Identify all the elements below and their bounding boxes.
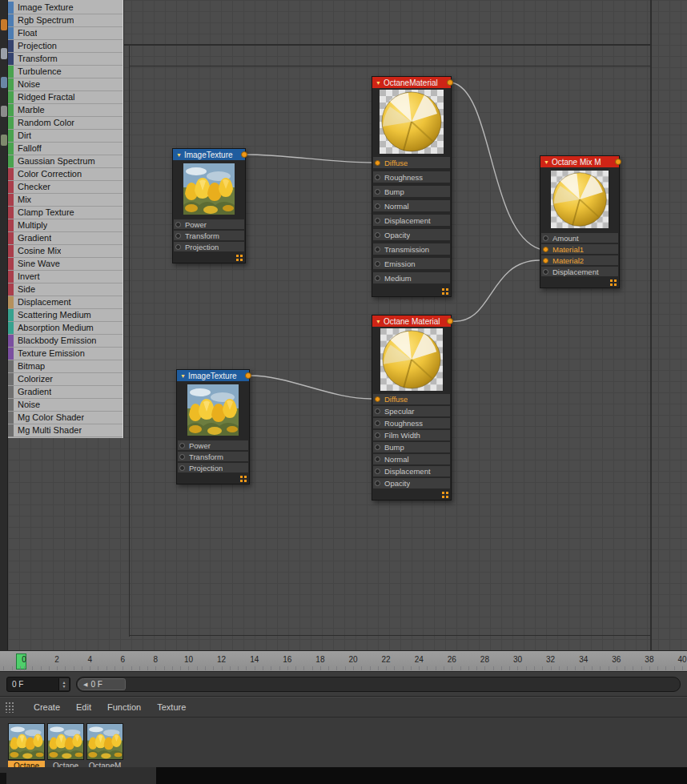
palette-item[interactable]: Transform bbox=[8, 53, 123, 66]
preview-range-track[interactable]: ◀ 0 F bbox=[76, 677, 681, 692]
port-socket[interactable] bbox=[375, 420, 380, 426]
frame-spinner[interactable]: ▲ ▼ bbox=[58, 678, 69, 690]
left-toolbar-icon[interactable] bbox=[1, 48, 7, 59]
port-socket[interactable] bbox=[375, 203, 380, 209]
port-normal[interactable]: Normal bbox=[373, 200, 450, 211]
palette-item[interactable]: Dirt bbox=[8, 130, 123, 143]
palette-item[interactable]: Mg Color Shader bbox=[8, 412, 123, 424]
output-socket[interactable] bbox=[615, 159, 621, 165]
resize-grip-icon[interactable] bbox=[236, 255, 243, 261]
port-socket[interactable] bbox=[375, 275, 380, 281]
palette-item[interactable]: Texture Emission bbox=[8, 348, 123, 360]
port-amount[interactable]: Amount bbox=[541, 233, 618, 243]
port-socket[interactable] bbox=[375, 160, 380, 166]
palette-item[interactable]: Projection bbox=[8, 40, 123, 53]
palette-item[interactable]: Color Correction bbox=[8, 168, 123, 181]
wire-material1-mix[interactable] bbox=[452, 82, 540, 249]
resize-grip-icon[interactable] bbox=[610, 279, 617, 286]
wire-imagetexture1-diffuse[interactable] bbox=[246, 155, 372, 163]
palette-item[interactable]: Marble bbox=[8, 104, 123, 117]
port-opacity[interactable]: Opacity bbox=[373, 229, 450, 240]
collapse-arrow-icon[interactable]: ▼ bbox=[180, 373, 186, 379]
resize-grip-icon[interactable] bbox=[442, 288, 448, 295]
port-specular[interactable]: Specular bbox=[373, 406, 450, 416]
port-emission[interactable]: Emission bbox=[373, 258, 450, 269]
palette-item[interactable]: Noise bbox=[8, 399, 123, 412]
port-socket[interactable] bbox=[179, 465, 185, 471]
port-socket[interactable] bbox=[543, 269, 548, 275]
palette-item[interactable]: Cosine Mix bbox=[8, 245, 123, 258]
palette-item[interactable]: Gradient bbox=[8, 232, 123, 245]
port-socket[interactable] bbox=[375, 261, 380, 267]
port-medium[interactable]: Medium bbox=[373, 272, 450, 283]
palette-item[interactable]: Checker bbox=[8, 181, 123, 194]
port-socket[interactable] bbox=[375, 468, 380, 474]
port-socket[interactable] bbox=[175, 233, 181, 239]
material-thumbnail[interactable] bbox=[86, 723, 123, 760]
port-displacement[interactable]: Displacement bbox=[373, 215, 450, 226]
collapse-arrow-icon[interactable]: ▼ bbox=[544, 159, 549, 165]
port-transform[interactable]: Transform bbox=[174, 231, 244, 240]
range-start-handle[interactable]: ◀ 0 F bbox=[78, 678, 126, 690]
left-toolbar-icon[interactable] bbox=[1, 77, 7, 88]
port-socket[interactable] bbox=[375, 175, 380, 180]
palette-item[interactable]: Bitmap bbox=[8, 360, 123, 373]
port-socket[interactable] bbox=[543, 235, 548, 241]
palette-item[interactable]: Falloff bbox=[8, 143, 123, 155]
port-socket[interactable] bbox=[375, 396, 380, 402]
port-power[interactable]: Power bbox=[178, 440, 248, 450]
material-item[interactable]: Octane bbox=[47, 723, 84, 771]
palette-item[interactable]: Gradient bbox=[8, 386, 123, 399]
collapse-arrow-icon[interactable]: ▼ bbox=[376, 80, 381, 86]
left-toolbar-icon[interactable] bbox=[1, 106, 7, 117]
palette-item[interactable]: Mix bbox=[8, 194, 123, 207]
material-thumbnail[interactable] bbox=[47, 723, 84, 760]
port-socket[interactable] bbox=[375, 432, 380, 438]
port-socket[interactable] bbox=[375, 480, 380, 486]
port-displacement[interactable]: Displacement bbox=[541, 267, 618, 276]
node-image-texture-1[interactable]: ▼ ImageTexture PowerTransformProjection bbox=[172, 148, 246, 263]
collapse-arrow-icon[interactable]: ▼ bbox=[176, 152, 182, 158]
port-socket[interactable] bbox=[175, 222, 181, 227]
current-frame-field[interactable]: 0 F ▲ ▼ bbox=[6, 677, 70, 692]
palette-item[interactable]: Blackbody Emission bbox=[8, 335, 123, 348]
port-displacement[interactable]: Displacement bbox=[373, 466, 450, 476]
left-toolbar-icon[interactable] bbox=[1, 135, 7, 146]
panel-grip-icon[interactable] bbox=[5, 702, 14, 713]
output-socket[interactable] bbox=[245, 372, 251, 379]
port-material2[interactable]: Material2 bbox=[541, 255, 618, 265]
palette-item[interactable]: Noise bbox=[8, 78, 123, 91]
port-normal[interactable]: Normal bbox=[373, 454, 450, 464]
port-power[interactable]: Power bbox=[174, 219, 244, 229]
port-socket[interactable] bbox=[375, 408, 380, 414]
node-header[interactable]: ▼ ImageTexture bbox=[173, 149, 245, 160]
port-socket[interactable] bbox=[375, 218, 380, 223]
material-item[interactable]: Octane bbox=[8, 723, 45, 771]
port-roughness[interactable]: Roughness bbox=[373, 418, 450, 428]
resize-grip-icon[interactable] bbox=[442, 492, 448, 498]
output-socket[interactable] bbox=[447, 318, 453, 324]
palette-item[interactable]: Rgb Spectrum bbox=[8, 14, 123, 27]
port-diffuse[interactable]: Diffuse bbox=[373, 394, 450, 404]
palette-item[interactable]: Multiply bbox=[8, 219, 123, 232]
port-diffuse[interactable]: Diffuse bbox=[373, 157, 450, 168]
port-projection[interactable]: Projection bbox=[178, 463, 248, 472]
output-socket[interactable] bbox=[447, 79, 453, 86]
palette-item[interactable]: Sine Wave bbox=[8, 258, 123, 271]
palette-item[interactable]: Scattering Medium bbox=[8, 309, 123, 322]
port-socket[interactable] bbox=[175, 244, 181, 250]
collapse-arrow-icon[interactable]: ▼ bbox=[376, 319, 381, 324]
node-header[interactable]: ▼ OctaneMaterial bbox=[372, 77, 451, 88]
port-film-width[interactable]: Film Width bbox=[373, 430, 450, 440]
port-projection[interactable]: Projection bbox=[174, 242, 244, 251]
wire-material2-mix[interactable] bbox=[452, 260, 540, 321]
port-socket[interactable] bbox=[375, 247, 380, 252]
port-roughness[interactable]: Roughness bbox=[373, 171, 450, 183]
palette-item[interactable]: Image Texture bbox=[8, 2, 123, 14]
port-transmission[interactable]: Transmission bbox=[373, 243, 450, 255]
port-transform[interactable]: Transform bbox=[178, 452, 248, 461]
palette-item[interactable]: Clamp Texture bbox=[8, 207, 123, 219]
node-header[interactable]: ▼ ImageTexture bbox=[177, 370, 249, 381]
palette-item[interactable]: Absorption Medium bbox=[8, 322, 123, 335]
palette-item[interactable]: Colorizer bbox=[8, 373, 123, 386]
